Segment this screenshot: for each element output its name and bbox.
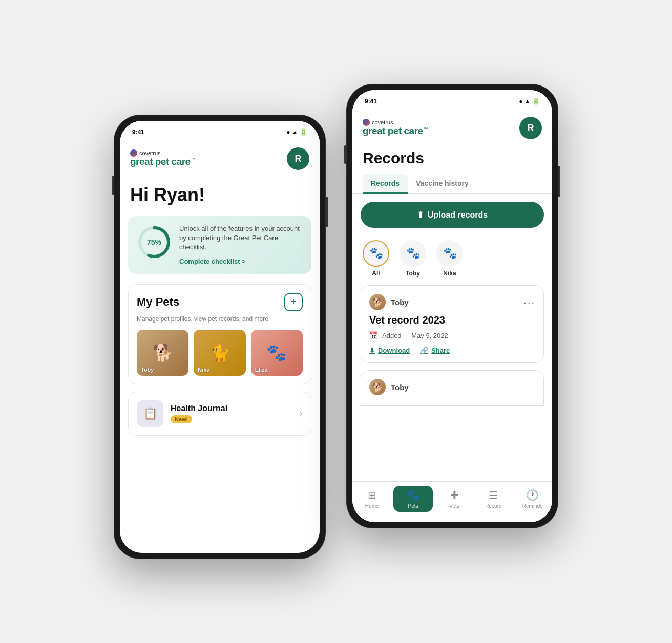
- greeting-text: Hi Ryan!: [120, 176, 320, 216]
- my-pets-header: My Pets +: [137, 293, 303, 311]
- nav-reminders-label: Reminde: [522, 503, 543, 509]
- pet-name-eliza: Eliza: [255, 367, 268, 373]
- record-1-header: 🐕 Toby ···: [369, 294, 535, 310]
- record-1-title: Vet record 2023: [369, 314, 535, 326]
- time-right: 9:41: [365, 98, 377, 105]
- upload-records-button[interactable]: ⬆ Upload records: [361, 202, 544, 228]
- filter-toby-label: Toby: [406, 270, 420, 277]
- record-2-avatar: 🐕: [369, 379, 386, 395]
- health-journal-icon: 📋: [137, 400, 163, 427]
- covetrus-text-right: covetrus: [372, 119, 393, 125]
- download-button[interactable]: ⬇ Download: [369, 347, 410, 354]
- pets-row: 🐕 Toby 🐈 Nika 🐾 Eliza: [137, 330, 303, 376]
- filter-all[interactable]: 🐾 All: [363, 240, 389, 277]
- upload-btn-label: Upload records: [428, 210, 488, 220]
- checklist-banner: 75% Unlock all of the features in your a…: [128, 216, 311, 274]
- checklist-text-container: Unlock all of the features in your accou…: [179, 224, 303, 266]
- record-1-pet-name: Toby: [391, 298, 409, 307]
- filter-nika-circle: 🐾: [436, 240, 463, 267]
- record-1-added-label: Added: [382, 332, 402, 339]
- right-phone: 9:41 ● ▲ 🔋 covetrus great pet care™: [346, 84, 558, 528]
- record-1-avatar: 🐕: [369, 294, 386, 310]
- upload-icon: ⬆: [417, 210, 424, 220]
- checklist-description: Unlock all of the features in your accou…: [179, 224, 303, 252]
- health-journal-content: Health Journal New!: [171, 404, 292, 423]
- record-card-1: 🐕 Toby ··· Vet record 2023 📅 Added May 9…: [361, 285, 544, 363]
- gpc-logo-right: great pet care™: [363, 126, 428, 137]
- record-2-header: 🐕 Toby: [369, 379, 535, 395]
- record-1-menu-button[interactable]: ···: [523, 296, 535, 308]
- filter-nika-label: Nika: [443, 270, 456, 277]
- complete-checklist-link[interactable]: Complete checklist >: [179, 258, 246, 265]
- nav-pets[interactable]: 🐾 Pets: [393, 486, 432, 512]
- pet-name-toby: Toby: [141, 367, 154, 373]
- filter-all-circle: 🐾: [363, 240, 389, 267]
- bottom-nav: ⊞ Home 🐾 Pets ✚ Vets ☰ Record: [352, 481, 552, 522]
- right-screen: 9:41 ● ▲ 🔋 covetrus great pet care™: [352, 90, 552, 522]
- home-icon: ⊞: [368, 489, 376, 501]
- record-1-date-value: May 9, 2022: [411, 332, 448, 339]
- time-left: 9:41: [132, 128, 144, 136]
- nav-vets[interactable]: ✚ Vets: [435, 486, 474, 512]
- nav-home[interactable]: ⊞ Home: [352, 486, 391, 512]
- calendar-icon-1: 📅: [369, 331, 378, 339]
- record-card-2: 🐕 Toby: [361, 370, 544, 406]
- health-journal-badge: New!: [171, 415, 192, 423]
- add-pet-button[interactable]: +: [284, 293, 303, 311]
- app-header-left: covetrus great pet care™ R: [120, 143, 320, 176]
- left-screen: 9:41 ● ▲ 🔋 covetrus great pet care™: [120, 121, 320, 553]
- download-label: Download: [378, 347, 410, 354]
- tab-vaccine-history[interactable]: Vaccine history: [408, 174, 477, 194]
- record-icon: ☰: [489, 489, 498, 501]
- filter-toby[interactable]: 🐾 Toby: [400, 240, 426, 277]
- reminders-icon: 🕐: [526, 489, 539, 501]
- my-pets-description: Manage pet profiles, view pet records, a…: [137, 315, 303, 323]
- tm-left: ™: [191, 157, 196, 162]
- covetrus-icon-left: [130, 149, 137, 157]
- filter-nika[interactable]: 🐾 Nika: [436, 240, 463, 277]
- covetrus-brand-left: covetrus: [130, 149, 195, 157]
- app-header-right: covetrus great pet care™ R: [352, 113, 552, 145]
- pets-icon: 🐾: [407, 489, 419, 501]
- tab-records[interactable]: Records: [363, 174, 408, 194]
- health-journal-arrow: ›: [300, 408, 303, 419]
- share-icon: 🔗: [420, 347, 428, 354]
- icons-left: ● ▲ 🔋: [286, 128, 307, 136]
- record-1-date: 📅 Added May 9, 2022: [369, 331, 535, 339]
- tm-right: ™: [423, 126, 428, 132]
- nav-record-label: Record: [485, 503, 501, 509]
- health-journal-section[interactable]: 📋 Health Journal New! ›: [128, 392, 311, 436]
- avatar-button-left[interactable]: R: [287, 147, 309, 170]
- status-bar-right: 9:41 ● ▲ 🔋: [352, 90, 552, 113]
- progress-label: 75%: [136, 224, 172, 260]
- icons-right: ● ▲ 🔋: [519, 98, 540, 105]
- my-pets-title: My Pets: [137, 295, 179, 309]
- pet-filter-row: 🐾 All 🐾 Toby 🐾 Nika: [352, 236, 552, 285]
- pet-card-toby[interactable]: 🐕 Toby: [137, 330, 188, 376]
- records-page-title: Records: [352, 145, 552, 174]
- record-1-actions: ⬇ Download 🔗 Share: [369, 347, 535, 354]
- nav-reminders[interactable]: 🕐 Reminde: [513, 486, 552, 512]
- my-pets-section: My Pets + Manage pet profiles, view pet …: [128, 284, 311, 384]
- filter-all-label: All: [372, 270, 380, 277]
- covetrus-text-left: covetrus: [139, 150, 161, 156]
- nav-home-label: Home: [365, 503, 379, 509]
- pet-card-eliza[interactable]: 🐾 Eliza: [251, 330, 303, 376]
- nav-pets-label: Pets: [408, 503, 418, 509]
- covetrus-brand-right: covetrus: [363, 119, 428, 126]
- left-phone: 9:41 ● ▲ 🔋 covetrus great pet care™: [114, 115, 326, 559]
- nav-vets-label: Vets: [449, 503, 459, 509]
- download-icon: ⬇: [369, 347, 375, 354]
- right-screen-content: 9:41 ● ▲ 🔋 covetrus great pet care™: [352, 90, 552, 522]
- pet-name-nika: Nika: [198, 367, 209, 373]
- share-label: Share: [431, 347, 450, 354]
- left-screen-content: 9:41 ● ▲ 🔋 covetrus great pet care™: [120, 121, 320, 553]
- nav-record[interactable]: ☰ Record: [474, 486, 513, 512]
- vets-icon: ✚: [450, 489, 459, 501]
- avatar-button-right[interactable]: R: [519, 117, 542, 139]
- share-button[interactable]: 🔗 Share: [420, 347, 450, 354]
- health-journal-title: Health Journal: [171, 404, 292, 413]
- pet-card-nika[interactable]: 🐈 Nika: [194, 330, 245, 376]
- progress-circle: 75%: [136, 224, 172, 260]
- covetrus-icon-right: [363, 119, 370, 126]
